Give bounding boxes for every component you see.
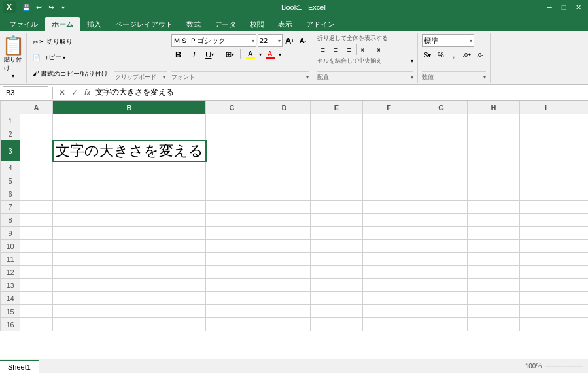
row-header-11[interactable]: 11 (1, 253, 20, 266)
tab-review[interactable]: 校閲 (243, 17, 271, 31)
cell-B8[interactable] (53, 214, 206, 227)
cell-G15[interactable] (415, 305, 468, 318)
cell-B11[interactable] (53, 253, 206, 266)
cell-F12[interactable] (363, 266, 415, 279)
cell-I16[interactable] (520, 318, 572, 331)
cell-E1[interactable] (311, 114, 363, 127)
cell-D13[interactable] (258, 279, 311, 292)
cell-B5[interactable] (53, 174, 206, 187)
row-header-2[interactable]: 2 (1, 127, 20, 140)
align-left-button[interactable]: ≡ (317, 44, 329, 56)
row-header-8[interactable]: 8 (1, 214, 20, 227)
cell-H9[interactable] (468, 227, 520, 240)
cell-H14[interactable] (468, 292, 520, 305)
cell-A1[interactable] (20, 114, 53, 127)
tab-page-layout[interactable]: ページレイアウト (109, 17, 179, 31)
cell-A9[interactable] (20, 227, 53, 240)
cell-D8[interactable] (258, 214, 311, 227)
paste-button[interactable]: 📋 貼り付け ▾ (0, 33, 26, 83)
formula-input[interactable] (95, 86, 585, 99)
cell-E10[interactable] (311, 240, 363, 253)
cell-G16[interactable] (415, 318, 468, 331)
italic-button[interactable]: I (187, 48, 201, 60)
cell-H12[interactable] (468, 266, 520, 279)
cell-G11[interactable] (415, 253, 468, 266)
cell-G9[interactable] (415, 227, 468, 240)
cell-A16[interactable] (20, 318, 53, 331)
cell-J1[interactable] (572, 114, 589, 127)
cell-B13[interactable] (53, 279, 206, 292)
cell-I11[interactable] (520, 253, 572, 266)
cell-I2[interactable] (520, 127, 572, 140)
cell-E12[interactable] (311, 266, 363, 279)
cell-G1[interactable] (415, 114, 468, 127)
cell-F15[interactable] (363, 305, 415, 318)
cell-I6[interactable] (520, 187, 572, 201)
cell-I9[interactable] (520, 227, 572, 240)
cell-D11[interactable] (258, 253, 311, 266)
cell-J14[interactable] (572, 292, 589, 305)
font-color-dropdown[interactable]: ▾ (279, 52, 281, 57)
align-center-button[interactable]: ≡ (330, 44, 342, 56)
col-header-c[interactable]: C (206, 101, 258, 114)
cell-I14[interactable] (520, 292, 572, 305)
cell-C2[interactable] (206, 127, 258, 140)
tab-file[interactable]: ファイル (3, 17, 44, 31)
cell-J4[interactable] (572, 161, 589, 174)
tab-insert[interactable]: 挿入 (80, 17, 108, 31)
cell-C12[interactable] (206, 266, 258, 279)
comma-button[interactable]: , (448, 49, 460, 61)
cell-C5[interactable] (206, 174, 258, 187)
increase-decimal-button[interactable]: .0+ (461, 49, 473, 61)
cell-G12[interactable] (415, 266, 468, 279)
cell-B14[interactable] (53, 292, 206, 305)
cell-A13[interactable] (20, 279, 53, 292)
cell-J11[interactable] (572, 253, 589, 266)
cell-F4[interactable] (363, 161, 415, 174)
increase-font-button[interactable]: A+ (284, 35, 296, 46)
cell-H16[interactable] (468, 318, 520, 331)
cell-B9[interactable] (53, 227, 206, 240)
number-format-selector[interactable]: 標準 ▾ (422, 34, 474, 47)
cell-F10[interactable] (363, 240, 415, 253)
cell-B15[interactable] (53, 305, 206, 318)
cell-reference-box[interactable]: B3 (3, 86, 48, 99)
underline-button[interactable]: U▾ (203, 48, 217, 60)
cell-F14[interactable] (363, 292, 415, 305)
cell-G7[interactable] (415, 201, 468, 214)
cell-H1[interactable] (468, 114, 520, 127)
increase-indent-button[interactable]: ⇥ (372, 44, 383, 56)
border-button[interactable]: ⊞▾ (223, 48, 237, 60)
cell-B16[interactable] (53, 318, 206, 331)
col-header-g[interactable]: G (415, 101, 468, 114)
cell-J3[interactable] (572, 140, 589, 161)
cell-D9[interactable] (258, 227, 311, 240)
cell-E16[interactable] (311, 318, 363, 331)
col-header-b[interactable]: B (53, 101, 206, 114)
col-header-f[interactable]: F (363, 101, 415, 114)
cell-I10[interactable] (520, 240, 572, 253)
cell-D3[interactable] (258, 140, 311, 161)
cell-A10[interactable] (20, 240, 53, 253)
cell-J13[interactable] (572, 279, 589, 292)
cell-D15[interactable] (258, 305, 311, 318)
cell-I12[interactable] (520, 266, 572, 279)
cell-C8[interactable] (206, 214, 258, 227)
close-button[interactable]: ✕ (571, 0, 585, 14)
cell-D1[interactable] (258, 114, 311, 127)
col-header-i[interactable]: I (520, 101, 572, 114)
tab-data[interactable]: データ (208, 17, 243, 31)
cell-I15[interactable] (520, 305, 572, 318)
cell-H11[interactable] (468, 253, 520, 266)
fill-color-button[interactable]: A (243, 48, 258, 60)
cell-G13[interactable] (415, 279, 468, 292)
cell-G4[interactable] (415, 161, 468, 174)
confirm-formula-button[interactable]: ✓ (69, 88, 80, 98)
tab-addin[interactable]: アドイン (300, 17, 341, 31)
currency-button[interactable]: $▾ (422, 49, 434, 61)
cell-F8[interactable] (363, 214, 415, 227)
cell-H2[interactable] (468, 127, 520, 140)
col-header-d[interactable]: D (258, 101, 311, 114)
cell-F1[interactable] (363, 114, 415, 127)
row-header-5[interactable]: 5 (1, 174, 20, 187)
